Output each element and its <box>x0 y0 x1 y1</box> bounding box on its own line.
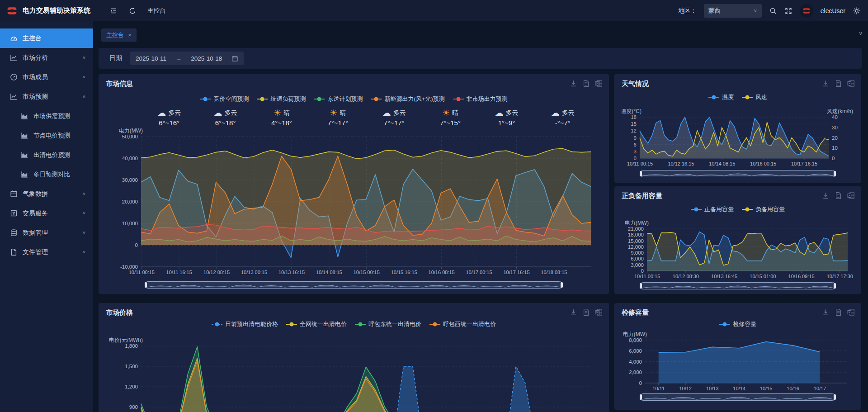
legend-item[interactable]: 东送计划预测 <box>314 95 363 103</box>
calendar-icon <box>231 55 238 62</box>
svg-text:10/11 00:15: 10/11 00:15 <box>129 270 155 275</box>
tab-options-chevron-icon[interactable]: ∨ <box>859 30 863 37</box>
document-icon[interactable] <box>835 308 842 316</box>
sidebar-item-节点电价预测[interactable]: 节点电价预测 <box>0 126 93 145</box>
refresh-icon[interactable] <box>128 7 137 15</box>
weather-condition: 多云 <box>505 109 518 117</box>
weather-temp-range: 4°~18° <box>254 119 310 127</box>
legend-marker-icon <box>371 99 382 99</box>
download-icon[interactable] <box>822 192 830 199</box>
svg-text:3,000: 3,000 <box>631 262 644 268</box>
legend-item[interactable]: 温度 <box>708 93 734 101</box>
legend-item[interactable]: 统调负荷预测 <box>257 95 306 103</box>
tab-console[interactable]: 主控台 × <box>101 28 137 42</box>
date-range-picker[interactable]: 2025-10-11 → 2025-10-18 <box>130 52 244 65</box>
document-icon[interactable] <box>582 80 590 87</box>
download-icon[interactable] <box>822 80 830 87</box>
svg-text:0: 0 <box>634 156 637 161</box>
legend-item[interactable]: 新能源出力(风+光)预测 <box>371 95 444 103</box>
username[interactable]: elecUser <box>821 7 845 14</box>
document-icon[interactable] <box>582 308 590 316</box>
sidebar-item-市场供需预测[interactable]: 市场供需预测 <box>0 106 93 126</box>
excel-icon[interactable] <box>847 192 855 199</box>
avatar[interactable] <box>800 4 813 18</box>
legend-label: 正备用容量 <box>704 205 734 213</box>
menu-fold-icon[interactable] <box>109 7 118 15</box>
download-icon[interactable] <box>822 308 830 316</box>
excel-icon[interactable] <box>595 80 603 87</box>
breadcrumb[interactable]: 主控台 <box>147 7 166 15</box>
legend-item[interactable]: 竞价空间预测 <box>200 95 249 103</box>
svg-text:10/16 00:15: 10/16 00:15 <box>750 161 776 166</box>
weather-chart[interactable]: 181512963040302010010/11 00:1510/12 16:1… <box>622 103 854 168</box>
datazoom-slider[interactable] <box>640 282 836 289</box>
legend-marker-icon <box>742 209 753 210</box>
svg-text:10/11 00:15: 10/11 00:15 <box>634 274 660 279</box>
sidebar-item-数据管理[interactable]: 数据管理∨ <box>0 223 93 242</box>
datazoom-slider[interactable] <box>640 170 836 177</box>
legend-item[interactable]: 非市场出力预测 <box>453 95 508 103</box>
chevron-down-icon: ∨ <box>82 230 86 235</box>
download-icon[interactable] <box>570 308 577 316</box>
document-icon[interactable] <box>835 80 842 87</box>
date-filter-bar: 日期 2025-10-11 → 2025-10-18 <box>99 48 862 69</box>
sidebar-item-市场预测[interactable]: 市场预测∧ <box>0 87 93 106</box>
svg-text:10/16: 10/16 <box>787 386 799 391</box>
legend-item[interactable]: 呼包西统一出清电价 <box>429 320 496 328</box>
svg-text:-10,000: -10,000 <box>120 264 138 270</box>
reserve-chart[interactable]: 21,00018,00015,00012,0009,0006,0003,0000… <box>622 215 854 280</box>
legend-item[interactable]: 全网统一出清电价 <box>286 320 347 328</box>
excel-icon[interactable] <box>847 80 855 87</box>
region-label: 地区： <box>678 7 697 15</box>
weather-temp-range: 6°~16° <box>141 119 197 127</box>
chart-line-icon <box>10 93 18 100</box>
panel-title: 市场价格 <box>106 308 133 317</box>
legend-item[interactable]: 呼包东统一出清电价 <box>355 320 421 328</box>
svg-text:风速(km/h): 风速(km/h) <box>827 108 853 114</box>
price-chart[interactable]: 1,8001,5001,200900600300电价(元/MWh) <box>106 330 602 412</box>
svg-text:10,000: 10,000 <box>122 221 138 226</box>
datazoom-slider[interactable] <box>145 281 563 289</box>
search-icon[interactable] <box>769 7 777 15</box>
svg-text:10/16 08:15: 10/16 08:15 <box>429 270 455 275</box>
market-info-chart[interactable]: 50,00040,00030,00020,00010,0000-10,00010… <box>106 127 602 279</box>
download-icon[interactable] <box>570 80 577 87</box>
sidebar-item-多日预测对比[interactable]: 多日预测对比 <box>0 165 93 184</box>
legend-item[interactable]: 风速 <box>742 93 767 101</box>
svg-text:15,000: 15,000 <box>628 238 644 244</box>
brand-logo-icon <box>6 5 18 16</box>
sidebar-item-交易服务[interactable]: 交易服务∨ <box>0 204 93 223</box>
excel-icon[interactable] <box>847 308 855 316</box>
sidebar-item-气象数据[interactable]: 气象数据∨ <box>0 184 93 204</box>
legend-marker-icon <box>453 99 464 99</box>
legend-item[interactable]: 正备用容量 <box>691 205 734 213</box>
svg-text:30: 30 <box>832 125 838 130</box>
bar-chart-icon <box>21 132 28 139</box>
sidebar-item-市场成员[interactable]: 市场成员∨ <box>0 67 93 87</box>
excel-icon[interactable] <box>595 308 603 316</box>
region-select[interactable]: 蒙西 ∨ <box>704 4 762 18</box>
datazoom-slider[interactable] <box>640 393 836 401</box>
svg-text:10/15 01:00: 10/15 01:00 <box>750 274 776 279</box>
document-icon[interactable] <box>835 192 842 199</box>
svg-text:10/13 16:15: 10/13 16:15 <box>278 270 305 275</box>
sidebar-item-市场分析[interactable]: 市场分析∨ <box>0 48 93 67</box>
legend-marker-icon <box>708 97 719 98</box>
legend-label: 新能源出力(风+光)预测 <box>384 95 444 103</box>
svg-text:3: 3 <box>634 149 637 154</box>
tab-close-icon[interactable]: × <box>128 32 132 38</box>
sidebar-item-出清电价预测[interactable]: 出清电价预测 <box>0 145 93 165</box>
settings-gear-icon[interactable] <box>853 7 861 15</box>
sidebar-item-文件管理[interactable]: 文件管理∨ <box>0 242 93 262</box>
sidebar-item-主控台[interactable]: 主控台 <box>0 28 93 48</box>
legend-item[interactable]: 日前预出清电能价格 <box>212 320 278 328</box>
maintenance-chart[interactable]: 8,0006,0004,0002,000010/1110/1210/1310/1… <box>622 327 854 392</box>
panel-maintenance: 检修容量 检修容量 8,0006,0004,0002,000010/1110/1… <box>614 303 861 410</box>
legend-item[interactable]: 负备用容量 <box>742 205 785 213</box>
svg-text:10/16 09:15: 10/16 09:15 <box>788 274 815 279</box>
svg-text:900: 900 <box>129 404 138 410</box>
fullscreen-icon[interactable] <box>784 7 793 15</box>
bar-chart-icon <box>21 151 28 159</box>
svg-text:10/18 08:15: 10/18 08:15 <box>541 270 567 275</box>
file-icon <box>10 248 18 256</box>
